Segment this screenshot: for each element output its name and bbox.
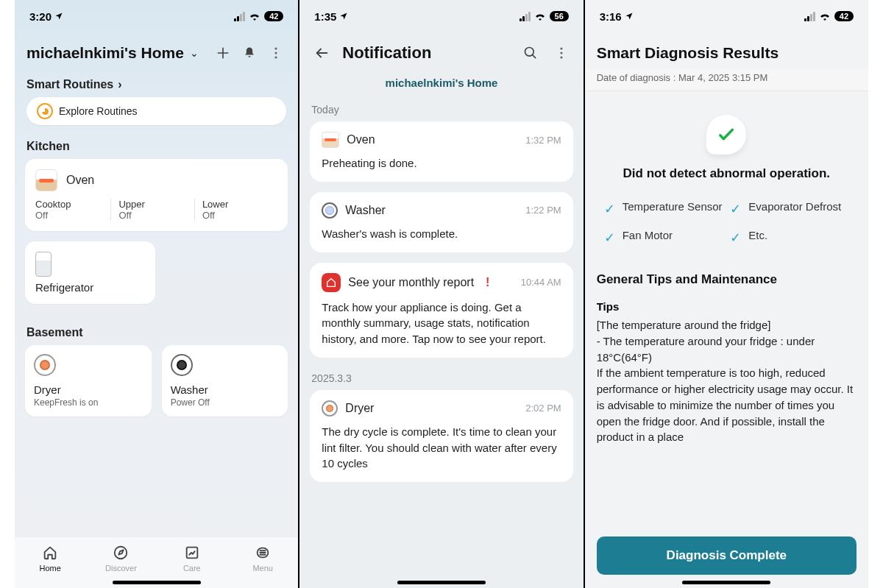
- chevron-down-icon[interactable]: ⌄: [190, 47, 199, 59]
- back-button[interactable]: [311, 43, 332, 63]
- clock-text: 3:16: [600, 10, 622, 23]
- smart-routines-header[interactable]: Smart Routines ›: [15, 71, 298, 97]
- notif-title: Oven: [347, 133, 375, 146]
- more-icon[interactable]: [266, 43, 286, 63]
- cellular-signal-icon: [519, 12, 531, 21]
- cellular-signal-icon: [804, 12, 815, 21]
- status-bar: 3:16 42: [585, 0, 868, 32]
- phone-diagnosis-screen: 3:16 42 Smart Diagnosis Results Date of …: [584, 0, 868, 588]
- notification-oven[interactable]: Oven 1:32 PM Preheating is done.: [310, 121, 572, 182]
- tips-subheader: Tips: [597, 300, 857, 313]
- svg-point-8: [560, 52, 562, 54]
- check-evap-defrost: ✓ Evaporator Defrost: [730, 200, 849, 216]
- report-icon: [184, 545, 200, 561]
- battery-indicator: 42: [264, 11, 283, 21]
- dryer-icon: [34, 354, 56, 376]
- nav-care-label: Care: [183, 564, 201, 573]
- dryer-icon: [322, 400, 338, 417]
- diagnosis-result-text: Did not detect abnormal operation.: [597, 166, 857, 181]
- check-icon: ✓: [730, 202, 741, 216]
- oven-col1-label: Cooktop: [35, 199, 103, 210]
- diagnosis-complete-button[interactable]: Diagnosis Complete: [597, 536, 857, 575]
- bell-icon[interactable]: [239, 43, 260, 63]
- more-icon[interactable]: [551, 43, 572, 63]
- notification-dryer[interactable]: Dryer 2:02 PM The dry cycle is complete.…: [310, 390, 572, 482]
- alert-icon: !: [486, 276, 489, 289]
- svg-point-3: [115, 546, 127, 559]
- diagnosis-checks: ✓ Temperature Sensor ✓ Evaporator Defros…: [597, 200, 857, 266]
- nav-menu-label: Menu: [252, 564, 273, 573]
- oven-col3-label: Lower: [202, 199, 270, 210]
- home-indicator[interactable]: [682, 581, 770, 584]
- washer-status: Power Off: [171, 397, 280, 408]
- oven-icon: [322, 132, 339, 148]
- refrigerator-name: Refrigerator: [35, 281, 145, 294]
- smart-routines-label: Smart Routines: [26, 78, 113, 91]
- kitchen-section-label: Kitchen: [15, 132, 298, 159]
- check-label: Fan Motor: [623, 229, 673, 241]
- phone-home-screen: 3:20 42 michaelnkimi's Home ⌄: [15, 0, 298, 588]
- notif-title: See your monthly report: [348, 276, 474, 289]
- oven-card[interactable]: Oven CooktopOff UpperOff LowerOff: [25, 159, 288, 231]
- notification-monthly-report[interactable]: See your monthly report ! 10:44 AM Track…: [310, 263, 572, 358]
- clock-text: 3:20: [29, 10, 52, 23]
- home-indicator[interactable]: [113, 581, 201, 584]
- check-icon: ✓: [604, 231, 615, 244]
- search-button[interactable]: [520, 43, 541, 63]
- home-indicator[interactable]: [397, 581, 486, 584]
- wifi-icon: [249, 12, 260, 21]
- diagnosis-date: Date of diagnosis : Mar 4, 2025 3:15 PM: [585, 69, 868, 91]
- oven-col3-state: Off: [202, 210, 270, 221]
- home-selector[interactable]: michaelnkimi's Home: [299, 74, 583, 99]
- status-bar: 3:20 42: [15, 0, 298, 32]
- dryer-card[interactable]: Dryer KeepFresh is on: [25, 345, 152, 417]
- group-today-label: Today: [299, 99, 583, 121]
- svg-point-2: [275, 56, 277, 58]
- washer-icon: [322, 202, 338, 219]
- location-icon: [625, 10, 634, 23]
- check-etc: ✓ Etc.: [730, 229, 849, 244]
- location-icon: [339, 10, 348, 23]
- chevron-right-icon: ›: [118, 78, 121, 91]
- notif-time: 1:22 PM: [525, 205, 561, 216]
- battery-indicator: 56: [550, 11, 569, 21]
- nav-home[interactable]: Home: [15, 537, 85, 579]
- svg-point-0: [275, 47, 277, 49]
- oven-col2-label: Upper: [118, 199, 186, 210]
- refrigerator-card[interactable]: Refrigerator: [25, 241, 155, 304]
- success-check-icon: [706, 114, 747, 155]
- page-title: Notification: [342, 43, 431, 63]
- oven-states: CooktopOff UpperOff LowerOff: [35, 199, 277, 221]
- basement-section-label: Basement: [15, 319, 298, 345]
- battery-indicator: 42: [834, 11, 854, 21]
- home-title[interactable]: michaelnkimi's Home: [26, 44, 184, 62]
- washer-card[interactable]: Washer Power Off: [162, 345, 288, 417]
- oven-col2-state: Off: [118, 210, 186, 221]
- oven-name: Oven: [66, 174, 94, 187]
- clock-text: 1:35: [314, 10, 336, 23]
- monthly-report-icon: [322, 273, 341, 292]
- nav-discover[interactable]: Discover: [85, 537, 156, 579]
- status-bar: 1:35 56: [299, 0, 583, 32]
- nav-care[interactable]: Care: [157, 537, 227, 579]
- nav-home-label: Home: [39, 564, 60, 573]
- check-label: Etc.: [748, 229, 767, 241]
- dryer-status: KeepFresh is on: [34, 397, 143, 408]
- svg-point-9: [560, 56, 562, 58]
- wifi-icon: [819, 12, 831, 21]
- check-label: Evaporator Defrost: [748, 200, 841, 213]
- check-fan-motor: ✓ Fan Motor: [604, 229, 723, 244]
- washer-name: Washer: [171, 383, 280, 396]
- explore-routines-button[interactable]: Explore Routines: [26, 97, 286, 125]
- home-header: michaelnkimi's Home ⌄: [15, 32, 298, 71]
- page-title: Smart Diagnosis Results: [585, 32, 868, 69]
- menu-icon: [255, 545, 271, 561]
- nav-menu[interactable]: Menu: [227, 537, 298, 579]
- check-temp-sensor: ✓ Temperature Sensor: [604, 200, 723, 216]
- notif-time: 2:02 PM: [525, 403, 561, 414]
- dryer-name: Dryer: [34, 383, 143, 396]
- notif-time: 10:44 AM: [521, 277, 561, 288]
- notification-washer[interactable]: Washer 1:22 PM Washer's wash is complete…: [310, 192, 572, 252]
- notif-title: Dryer: [345, 402, 374, 415]
- add-button[interactable]: [213, 43, 233, 63]
